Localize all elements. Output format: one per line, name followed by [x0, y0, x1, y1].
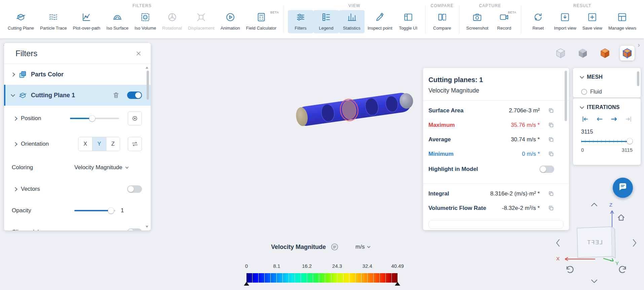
copy-icon[interactable] — [548, 205, 554, 211]
range-min-handle[interactable] — [244, 282, 249, 286]
iteration-controls — [573, 115, 641, 124]
position-slider[interactable] — [70, 118, 119, 119]
mesh-edges-view-icon[interactable] — [620, 46, 635, 61]
iteration-slider[interactable] — [581, 138, 633, 144]
previous-iteration-icon[interactable] — [596, 115, 604, 124]
toolbar-item-animation[interactable]: Animation — [218, 10, 243, 33]
mesh-view-icon[interactable] — [598, 46, 612, 61]
scroll-down-icon[interactable] — [146, 226, 148, 228]
flip-orientation-button[interactable] — [128, 137, 142, 151]
scrollbar-thumb[interactable] — [637, 71, 639, 86]
toolbar-item-compare[interactable]: Compare — [429, 10, 455, 33]
copy-icon[interactable] — [548, 190, 554, 197]
slider-thumb[interactable] — [89, 115, 95, 121]
copy-icon[interactable] — [548, 136, 554, 143]
cutting-plane-3d-model[interactable] — [291, 91, 416, 127]
orientation-y-button[interactable]: Y — [92, 137, 106, 151]
toolbar-item-screenshot[interactable]: Screenshot — [463, 10, 491, 33]
legend-unit-dropdown[interactable]: m/s — [355, 244, 370, 250]
opacity-label: Opacity — [12, 207, 74, 214]
slider-thumb[interactable] — [108, 208, 114, 214]
legend-tick: 8.1 — [273, 263, 280, 269]
row-parts-color[interactable]: Parts Color — [4, 64, 151, 85]
toolbar-item-inspect-point[interactable]: Inspect point — [365, 10, 395, 33]
next-iteration-icon[interactable] — [610, 115, 618, 124]
legend-ticks: 0 8.1 16.2 24.3 32.4 40.49 — [247, 263, 397, 271]
cutting-plane-icon — [16, 12, 26, 24]
rotate-up-icon[interactable] — [590, 201, 599, 208]
legend-tick: 24.3 — [332, 263, 342, 269]
legend-unit: m/s — [355, 244, 365, 250]
filters-panel-title: Filters — [15, 49, 37, 58]
color-scale-bar[interactable] — [247, 273, 397, 283]
divider — [423, 183, 569, 184]
stat-label: Volumetric Flow Rate — [428, 205, 486, 212]
row-orientation: Orientation X Y Z — [4, 131, 151, 157]
cutting-plane-toggle[interactable] — [127, 92, 142, 99]
stat-row-average: Average 30.74 m/s * — [423, 132, 569, 147]
copy-icon[interactable] — [548, 151, 554, 157]
transparent-view-icon[interactable] — [553, 46, 568, 61]
toolbar-item-iso-volume[interactable]: Iso Volume — [131, 10, 159, 33]
rotate-cw-icon[interactable] — [618, 265, 628, 275]
scrollbar-thumb[interactable] — [565, 71, 567, 121]
range-max-handle[interactable] — [395, 282, 400, 286]
clip-model-toggle[interactable] — [127, 228, 142, 230]
first-iteration-icon[interactable] — [581, 115, 589, 124]
highlight-in-model-toggle[interactable] — [539, 166, 554, 173]
iterations-header[interactable]: ITERATIONS — [573, 98, 641, 110]
toolbar-item-iso-surface[interactable]: Iso Surface — [103, 10, 131, 33]
toolbar-item-manage-views[interactable]: Manage views — [605, 10, 639, 33]
toolbar-item-record[interactable]: BETA Record — [491, 10, 517, 33]
mesh-item-fluid[interactable]: Fluid — [573, 89, 641, 95]
filters-icon — [296, 12, 306, 24]
copy-icon[interactable] — [548, 122, 554, 128]
toggle-knob — [128, 186, 134, 192]
close-icon[interactable] — [135, 50, 142, 57]
orientation-x-button[interactable]: X — [78, 137, 92, 151]
field-calculator-icon — [256, 12, 266, 24]
solid-view-icon[interactable] — [575, 46, 590, 61]
opacity-slider[interactable] — [74, 210, 115, 211]
position-center-button[interactable] — [128, 111, 142, 125]
toolbar-item-plot-over-path[interactable]: Plot-over-path — [70, 10, 104, 33]
toolbar-item-filters[interactable]: Filters — [288, 10, 313, 33]
toolbar-item-cutting-plane[interactable]: Cutting Plane — [5, 10, 37, 33]
toolbar-item-toggle-ui[interactable]: Toggle UI — [395, 10, 421, 33]
chat-button[interactable] — [613, 178, 633, 198]
rotate-left-icon[interactable] — [555, 238, 562, 248]
rotate-right-icon[interactable] — [631, 238, 638, 248]
scrollbar-thumb[interactable] — [147, 71, 149, 100]
collapse-right-icon[interactable]: › — [638, 41, 640, 49]
vectors-toggle[interactable] — [127, 185, 142, 193]
last-iteration-icon[interactable] — [624, 115, 633, 124]
toolbar-item-field-calculator[interactable]: BETA Field Calculator — [243, 10, 279, 33]
rotate-ccw-icon[interactable] — [565, 265, 574, 275]
coloring-dropdown[interactable]: Velocity Magnitude — [74, 164, 132, 171]
trash-icon[interactable] — [112, 92, 120, 99]
slider-thumb[interactable] — [627, 138, 633, 144]
home-icon[interactable] — [617, 213, 626, 222]
orientation-z-button[interactable]: Z — [106, 137, 120, 151]
copy-icon[interactable] — [548, 107, 554, 114]
legend-title: Velocity Magnitude — [271, 244, 326, 251]
rotate-down-icon[interactable] — [590, 278, 599, 285]
toolbar-group-label: VIEW — [348, 3, 360, 10]
legend-menu-icon[interactable] — [331, 243, 339, 251]
toolbar-item-legend[interactable]: Legend — [313, 10, 339, 33]
scroll-up-icon[interactable] — [146, 67, 148, 69]
legend-header: Velocity Magnitude m/s — [271, 243, 370, 251]
toolbar-item-reset[interactable]: Reset — [525, 10, 551, 33]
toolbar-item-particle-trace[interactable]: Particle Trace — [37, 10, 70, 33]
toggle-knob — [135, 92, 141, 98]
mesh-header[interactable]: MESH — [573, 68, 641, 80]
toolbar-item-import-view[interactable]: Import view — [551, 10, 579, 33]
filters-panel-header: Filters — [4, 43, 151, 64]
row-cutting-plane-1[interactable]: Cutting Plane 1 — [4, 85, 151, 106]
toolbar-item-save-view[interactable]: Save view — [579, 10, 605, 33]
toolbar-item-statistics[interactable]: Statistics — [339, 10, 365, 33]
statistics-icon — [347, 12, 357, 24]
stat-label: Maximum — [428, 122, 455, 129]
toolbar-group-result: RESULT Reset Import view Save view Manag… — [525, 0, 639, 38]
stat-row-minimum: Minimum 0 m/s * — [423, 147, 569, 161]
